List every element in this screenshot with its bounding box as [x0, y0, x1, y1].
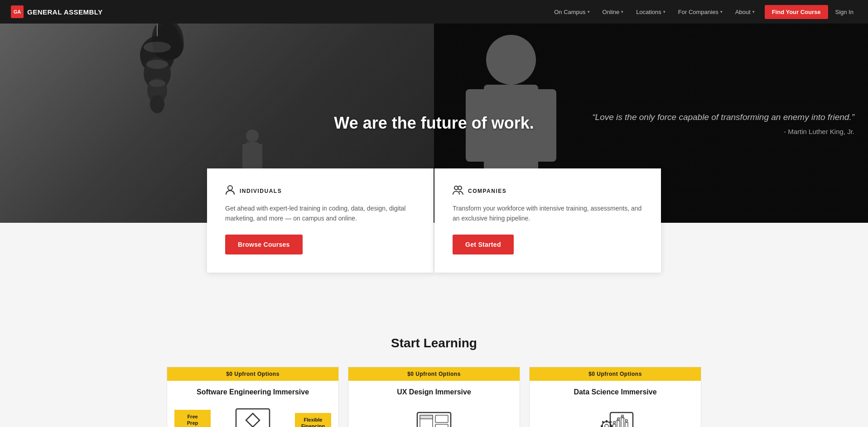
get-started-button[interactable]: Get Started [453, 235, 514, 254]
chevron-icon-about: ▾ [752, 10, 755, 14]
nav-item-oncampus[interactable]: On Campus ▾ [548, 0, 596, 24]
card-individuals-title: INDIVIDUALS [240, 188, 282, 194]
svg-rect-50 [625, 422, 628, 427]
svg-rect-36 [606, 420, 608, 422]
card-individuals-header: INDIVIDUALS [225, 185, 415, 197]
nav-links: On Campus ▾ Online ▾ Locations ▾ For Com… [548, 0, 857, 24]
courses-row: $0 Upfront Options Software Engineering … [0, 367, 868, 427]
chevron-icon-oncampus: ▾ [588, 10, 590, 14]
svg-rect-38 [601, 425, 603, 427]
card-individuals-desc: Get ahead with expert-led training in co… [225, 203, 415, 224]
svg-line-57 [622, 416, 627, 421]
svg-point-4 [146, 60, 168, 69]
card-companies-desc: Transform your workforce with intensive … [453, 203, 643, 224]
svg-rect-11 [257, 144, 262, 171]
course-sei-tag: $0 Upfront Options [167, 367, 338, 381]
course-dsi-body: › [530, 396, 701, 427]
data-gear-monitor-icon [595, 411, 636, 427]
ga-logo-box: GA [11, 5, 24, 18]
course-uxdi-tag: $0 Upfront Options [348, 367, 520, 381]
section-learning-title: Start Learning [0, 336, 868, 350]
course-uxdi-body: › [348, 396, 520, 427]
chevron-icon-forcompanies: ▾ [720, 10, 723, 14]
svg-point-14 [486, 35, 536, 85]
course-sei-feature-right: FlexibleFinancing [295, 413, 331, 427]
chevron-icon-locations: ▾ [663, 10, 665, 14]
ga-logo-text: GA [14, 9, 21, 14]
svg-rect-32 [435, 415, 448, 422]
course-card-uxdi: $0 Upfront Options UX Design Immersive [348, 367, 520, 427]
nav-item-about[interactable]: About ▾ [729, 0, 761, 24]
svg-rect-49 [621, 418, 624, 427]
svg-rect-31 [420, 415, 433, 419]
svg-point-8 [246, 130, 259, 142]
nav-signin-label: Sign In [835, 9, 854, 15]
course-uxdi-icon [414, 403, 454, 427]
nav-label-forcompanies: For Companies [678, 9, 719, 15]
svg-rect-47 [613, 424, 616, 427]
course-sei-features: FreePrep Course FlexibleFinancing [174, 403, 331, 427]
course-card-sei: $0 Upfront Options Software Engineering … [167, 367, 339, 427]
hero-quote-text: “Love is the only force capable of trans… [592, 111, 854, 124]
nav-label-oncampus: On Campus [554, 9, 585, 15]
course-sei-title: Software Engineering Immersive [167, 381, 338, 396]
lamp-decoration [130, 24, 184, 114]
chevron-icon-online: ▾ [621, 10, 623, 14]
course-dsi-title: Data Science Immersive [530, 381, 701, 396]
browse-courses-button[interactable]: Browse Courses [225, 235, 303, 254]
svg-point-21 [454, 186, 458, 190]
navbar: GA GENERAL ASSEMBLY On Campus ▾ Online ▾… [0, 0, 868, 24]
svg-rect-17 [534, 89, 556, 162]
nav-label-about: About [735, 9, 751, 15]
hero-quote-attribution: - Martin Luther King, Jr. [592, 128, 854, 135]
card-companies-header: COMPANIES [453, 185, 643, 197]
svg-point-20 [228, 186, 232, 190]
svg-point-22 [458, 186, 462, 190]
svg-point-2 [144, 42, 171, 53]
svg-rect-10 [242, 144, 248, 171]
svg-point-35 [605, 424, 608, 427]
nav-label-locations: Locations [636, 9, 661, 15]
hero-quote-container: “Love is the only force capable of trans… [592, 111, 854, 135]
svg-rect-44 [610, 413, 633, 427]
svg-rect-33 [435, 424, 448, 427]
nav-item-signin[interactable]: Sign In [832, 0, 857, 24]
svg-rect-27 [417, 413, 451, 427]
svg-marker-26 [246, 413, 260, 427]
nav-item-online[interactable]: Online ▾ [596, 0, 630, 24]
nav-label-online: Online [603, 9, 620, 15]
person-icon [225, 185, 235, 197]
ux-monitor-icon [414, 411, 454, 427]
monitor-diamond-icon [232, 407, 273, 427]
hero-headline: We are the future of work. [334, 114, 534, 133]
course-card-dsi: $0 Upfront Options Data Science Immersiv… [529, 367, 701, 427]
svg-point-6 [149, 80, 165, 87]
svg-rect-23 [236, 409, 270, 427]
nav-item-findcourse[interactable]: Find Your Course [761, 5, 832, 19]
brand-name: GENERAL ASSEMBLY [27, 8, 103, 16]
nav-item-forcompanies[interactable]: For Companies ▾ [672, 0, 729, 24]
course-sei-body: FreePrep Course FlexibleFinancing [167, 396, 338, 427]
svg-rect-48 [617, 421, 620, 427]
section-learning: Start Learning $0 Upfront Options Softwa… [0, 309, 868, 427]
svg-point-7 [150, 95, 164, 113]
cards-row: INDIVIDUALS Get ahead with expert-led tr… [0, 168, 868, 273]
course-dsi-tag: $0 Upfront Options [530, 367, 701, 381]
card-individuals: INDIVIDUALS Get ahead with expert-led tr… [207, 168, 434, 273]
course-uxdi-title: UX Design Immersive [348, 381, 520, 396]
brand-logo[interactable]: GA GENERAL ASSEMBLY [11, 5, 103, 18]
course-sei-feature-left: FreePrep Course [174, 410, 211, 427]
course-sei-icon [214, 403, 291, 427]
group-icon [453, 185, 463, 197]
card-companies: COMPANIES Transform your workforce with … [434, 168, 661, 273]
nav-cta-label: Find Your Course [772, 9, 821, 15]
svg-line-56 [618, 416, 622, 419]
nav-item-locations[interactable]: Locations ▾ [630, 0, 672, 24]
course-dsi-icon [595, 403, 636, 427]
card-companies-title: COMPANIES [468, 188, 506, 194]
